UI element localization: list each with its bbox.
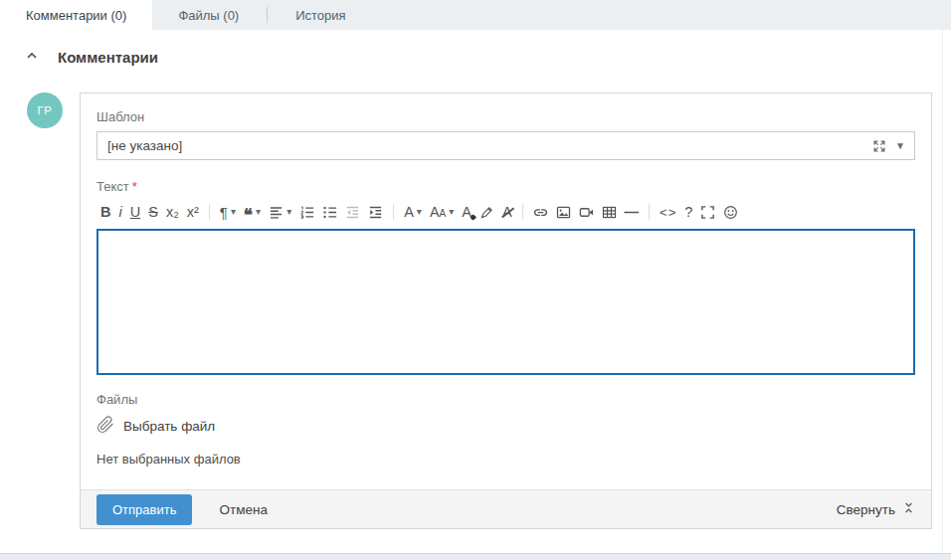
composer-card: Шаблон [не указано] ▼ Текст* BiUSx₂x²¶▾❝… bbox=[80, 93, 932, 529]
ordered-list-icon bbox=[299, 205, 314, 220]
toolbar-divider bbox=[393, 204, 394, 220]
insert-video-button[interactable] bbox=[575, 200, 598, 224]
highlight-button[interactable] bbox=[476, 200, 498, 224]
collapse-section-button[interactable] bbox=[25, 49, 39, 66]
tab-comments-label: Комментарии (0) bbox=[26, 8, 126, 23]
tab-history-label: История bbox=[295, 8, 345, 23]
align-icon bbox=[269, 205, 284, 220]
collapse-label: Свернуть bbox=[837, 502, 895, 517]
composer-footer: Отправить Отмена Свернуть bbox=[81, 489, 931, 528]
subscript-icon: x₂ bbox=[166, 205, 179, 220]
blockquote-button[interactable]: ❝▾ bbox=[240, 200, 265, 224]
page-bottom-strip bbox=[0, 553, 951, 560]
tab-history[interactable]: История bbox=[270, 0, 371, 30]
tab-comments[interactable]: Комментарии (0) bbox=[0, 0, 152, 30]
choose-file-label: Выбрать файл bbox=[123, 419, 215, 434]
chevron-down-icon: ▾ bbox=[449, 207, 454, 217]
insert-image-icon bbox=[556, 205, 571, 220]
no-files-text: Нет выбранных файлов bbox=[96, 452, 915, 467]
outdent-icon bbox=[345, 205, 360, 220]
help-icon: ? bbox=[684, 205, 692, 220]
right-edge-divider bbox=[942, 30, 943, 553]
comment-text-editor[interactable] bbox=[96, 229, 915, 375]
italic-button[interactable]: i bbox=[114, 200, 125, 224]
underline-button[interactable]: U bbox=[126, 200, 144, 224]
unordered-list-icon bbox=[322, 205, 337, 220]
chevron-up-icon bbox=[25, 49, 39, 66]
expand-arrows-icon[interactable] bbox=[872, 139, 886, 153]
collapse-vertical-icon bbox=[902, 501, 915, 517]
horizontal-rule-button[interactable]: — bbox=[621, 200, 644, 224]
align-button[interactable]: ▾ bbox=[265, 200, 295, 224]
avatar: ГР bbox=[27, 93, 63, 128]
font-size-button[interactable]: AA▾ bbox=[426, 200, 458, 224]
superscript-button[interactable]: x² bbox=[183, 200, 203, 224]
toolbar-divider bbox=[649, 204, 650, 220]
help-button[interactable]: ? bbox=[680, 200, 696, 224]
files-label: Файлы bbox=[96, 392, 915, 407]
italic-icon: i bbox=[118, 205, 121, 220]
font-family-button[interactable]: A▾ bbox=[400, 200, 426, 224]
tab-files[interactable]: Файлы (0) bbox=[152, 0, 265, 30]
indent-icon bbox=[368, 205, 383, 220]
font-color-icon: A bbox=[462, 205, 472, 220]
fullscreen-button[interactable] bbox=[696, 200, 719, 224]
submit-button[interactable]: Отправить bbox=[96, 494, 192, 525]
insert-link-icon bbox=[533, 205, 548, 220]
toolbar-divider bbox=[209, 204, 210, 220]
font-color-button[interactable]: A bbox=[458, 200, 476, 224]
blockquote-icon: ❝ bbox=[244, 204, 253, 221]
template-select[interactable]: [не указано] ▼ bbox=[96, 131, 915, 160]
section-title: Комментарии bbox=[58, 49, 158, 66]
chevron-down-icon: ▾ bbox=[286, 207, 291, 217]
section-header: Комментарии bbox=[0, 30, 951, 66]
emoticons-button[interactable] bbox=[719, 200, 742, 224]
bold-button[interactable]: B bbox=[96, 200, 114, 224]
comments-panel: Комментарии ГР Шаблон [не указано] ▼ Тек… bbox=[0, 30, 951, 553]
outdent-button[interactable] bbox=[341, 200, 364, 224]
insert-image-button[interactable] bbox=[552, 200, 575, 224]
indent-button[interactable] bbox=[364, 200, 387, 224]
tab-divider bbox=[267, 7, 268, 23]
strikethrough-icon: S bbox=[148, 205, 158, 220]
font-family-icon: A bbox=[404, 205, 414, 220]
emoticons-icon bbox=[723, 205, 738, 220]
tab-files-label: Файлы (0) bbox=[178, 8, 239, 23]
choose-file-button[interactable]: Выбрать файл bbox=[96, 416, 215, 437]
insert-table-icon bbox=[602, 205, 617, 220]
fullscreen-icon bbox=[700, 205, 715, 220]
template-label: Шаблон bbox=[96, 109, 915, 124]
clear-format-button[interactable]: A bbox=[498, 200, 516, 224]
font-size-icon: AA bbox=[430, 205, 446, 220]
comment-composer: ГР Шаблон [не указано] ▼ Текст* BiUSx₂x bbox=[0, 93, 951, 529]
cancel-button[interactable]: Отмена bbox=[219, 502, 267, 517]
strikethrough-button[interactable]: S bbox=[144, 200, 162, 224]
toolbar-divider bbox=[522, 204, 523, 220]
insert-link-button[interactable] bbox=[529, 200, 552, 224]
unordered-list-button[interactable] bbox=[318, 200, 341, 224]
tab-bar: Комментарии (0) Файлы (0) История bbox=[0, 0, 951, 30]
horizontal-rule-icon: — bbox=[625, 205, 640, 220]
highlight-icon bbox=[479, 205, 494, 220]
ordered-list-button[interactable] bbox=[295, 200, 318, 224]
insert-table-button[interactable] bbox=[598, 200, 621, 224]
code-view-button[interactable]: <> bbox=[656, 200, 680, 224]
chevron-down-icon: ▾ bbox=[231, 207, 236, 217]
paperclip-icon bbox=[96, 416, 114, 437]
subscript-button[interactable]: x₂ bbox=[162, 200, 183, 224]
paragraph-format-icon: ¶ bbox=[220, 205, 228, 220]
collapse-composer-button[interactable]: Свернуть bbox=[837, 501, 915, 517]
chevron-down-icon: ▾ bbox=[256, 207, 261, 217]
insert-video-icon bbox=[579, 205, 594, 220]
template-select-value: [не указано] bbox=[107, 138, 872, 153]
bold-icon: B bbox=[100, 205, 110, 220]
required-asterisk: * bbox=[132, 179, 137, 194]
underline-icon: U bbox=[130, 205, 140, 220]
clear-format-icon: A bbox=[502, 205, 512, 220]
superscript-icon: x² bbox=[187, 205, 199, 220]
paragraph-format-button[interactable]: ¶▾ bbox=[216, 200, 240, 224]
code-view-icon: <> bbox=[660, 206, 676, 219]
chevron-down-icon: ▾ bbox=[417, 207, 422, 217]
chevron-down-icon: ▼ bbox=[895, 141, 905, 151]
editor-toolbar: BiUSx₂x²¶▾❝▾▾A▾AA▾AA—<>? bbox=[96, 200, 915, 224]
